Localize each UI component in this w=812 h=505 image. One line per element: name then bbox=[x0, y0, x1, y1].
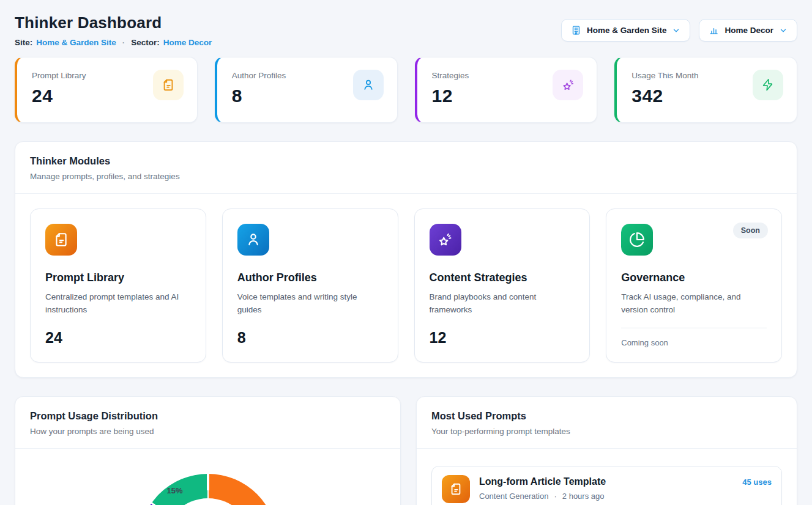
usage-panel-title: Prompt Usage Distribution bbox=[30, 410, 386, 422]
module-description: Centralized prompt templates and AI inst… bbox=[45, 291, 191, 318]
bottom-row: Prompt Usage Distribution How your promp… bbox=[15, 396, 797, 505]
thinker-modules-panel: Thinker Modules Manage prompts, profiles… bbox=[15, 141, 797, 378]
usage-distribution-panel: Prompt Usage Distribution How your promp… bbox=[15, 396, 401, 505]
divider bbox=[621, 328, 767, 328]
module-card-content-strategies[interactable]: Content Strategies Brand playbooks and c… bbox=[414, 208, 590, 363]
module-title: Content Strategies bbox=[430, 271, 575, 284]
stat-card-author-profiles: Author Profiles 8 bbox=[215, 57, 398, 123]
stat-card-strategies: Strategies 12 bbox=[415, 57, 598, 123]
prompt-info: Long-form Article Template Content Gener… bbox=[479, 475, 733, 501]
prompts-panel-subtitle: Your top-performing prompt templates bbox=[431, 427, 782, 436]
module-card-author-profiles[interactable]: Author Profiles Voice templates and writ… bbox=[222, 208, 398, 363]
header-titles: Thinker Dashboard Site: Home & Garden Si… bbox=[15, 13, 212, 47]
modules-panel-header: Thinker Modules Manage prompts, profiles… bbox=[15, 142, 797, 194]
soon-badge: Soon bbox=[733, 223, 768, 238]
user-icon bbox=[237, 224, 269, 256]
usage-panel-subtitle: How your prompts are being used bbox=[30, 427, 386, 436]
module-description: Track AI usage, compliance, and version … bbox=[621, 291, 767, 318]
donut-chart: 15% bbox=[15, 449, 400, 505]
bar-chart-icon bbox=[709, 25, 719, 35]
module-count: 8 bbox=[237, 329, 383, 347]
meta-dot: · bbox=[554, 492, 556, 501]
donut-ring: 15% bbox=[139, 474, 277, 505]
modules-grid: Prompt Library Centralized prompt templa… bbox=[15, 194, 797, 377]
page-title: Thinker Dashboard bbox=[15, 13, 212, 32]
file-text-icon bbox=[45, 224, 77, 256]
stat-card-usage: Usage This Month 342 bbox=[614, 57, 797, 123]
module-card-governance[interactable]: Soon Governance Track AI usage, complian… bbox=[606, 208, 782, 363]
module-count: 12 bbox=[430, 329, 575, 347]
module-title: Governance bbox=[621, 271, 767, 284]
sector-link[interactable]: Home Decor bbox=[163, 38, 212, 47]
stats-row: Prompt Library 24 Author Profiles 8 Stra… bbox=[15, 57, 797, 123]
header-actions: Home & Garden Site Home Decor bbox=[561, 19, 797, 42]
header: Thinker Dashboard Site: Home & Garden Si… bbox=[15, 13, 797, 47]
prompt-uses-badge: 45 uses bbox=[742, 475, 772, 487]
module-title: Author Profiles bbox=[237, 271, 383, 284]
most-used-prompts-panel: Most Used Prompts Your top-performing pr… bbox=[416, 396, 797, 505]
site-selector-button[interactable]: Home & Garden Site bbox=[561, 19, 691, 42]
prompt-time: 2 hours ago bbox=[562, 492, 605, 501]
prompt-category: Content Generation bbox=[479, 492, 548, 501]
sector-selector-label: Home Decor bbox=[724, 26, 773, 35]
breadcrumb: Site: Home & Garden Site · Sector: Home … bbox=[15, 38, 212, 47]
prompt-list-item[interactable]: Long-form Article Template Content Gener… bbox=[431, 466, 782, 505]
breadcrumb-dot: · bbox=[122, 38, 125, 47]
module-footer: Coming soon bbox=[621, 338, 767, 347]
module-count: 24 bbox=[45, 329, 191, 347]
bolt-icon bbox=[753, 70, 783, 100]
prompt-title: Long-form Article Template bbox=[479, 476, 733, 487]
site-selector-label: Home & Garden Site bbox=[587, 26, 667, 35]
module-title: Prompt Library bbox=[45, 271, 191, 284]
star-sparkle-icon bbox=[430, 224, 461, 256]
sector-selector-button[interactable]: Home Decor bbox=[699, 19, 797, 42]
sector-label: Sector: bbox=[131, 38, 160, 47]
prompts-panel-header: Most Used Prompts Your top-performing pr… bbox=[417, 397, 797, 449]
file-text-icon bbox=[442, 475, 470, 503]
modules-panel-subtitle: Manage prompts, profiles, and strategies bbox=[30, 172, 782, 181]
site-label: Site: bbox=[15, 38, 32, 47]
pie-chart-icon bbox=[621, 224, 653, 256]
site-link[interactable]: Home & Garden Site bbox=[36, 38, 116, 47]
chevron-down-icon bbox=[672, 26, 680, 35]
usage-panel-header: Prompt Usage Distribution How your promp… bbox=[15, 397, 400, 449]
chevron-down-icon bbox=[779, 26, 788, 35]
star-sparkle-icon bbox=[553, 70, 583, 100]
prompt-meta: Content Generation · 2 hours ago bbox=[479, 492, 733, 501]
building-icon bbox=[571, 25, 581, 35]
user-icon bbox=[353, 70, 384, 100]
modules-panel-title: Thinker Modules bbox=[30, 155, 782, 167]
stat-card-prompt-library: Prompt Library 24 bbox=[15, 57, 198, 123]
prompt-list: Long-form Article Template Content Gener… bbox=[417, 449, 797, 505]
prompts-panel-title: Most Used Prompts bbox=[431, 410, 782, 422]
file-text-icon bbox=[153, 70, 184, 100]
donut-segment-label: 15% bbox=[167, 486, 183, 495]
module-card-prompt-library[interactable]: Prompt Library Centralized prompt templa… bbox=[30, 208, 206, 363]
module-description: Brand playbooks and content frameworks bbox=[430, 291, 575, 318]
dashboard-page: Thinker Dashboard Site: Home & Garden Si… bbox=[0, 0, 812, 505]
module-description: Voice templates and writing style guides bbox=[237, 291, 383, 318]
